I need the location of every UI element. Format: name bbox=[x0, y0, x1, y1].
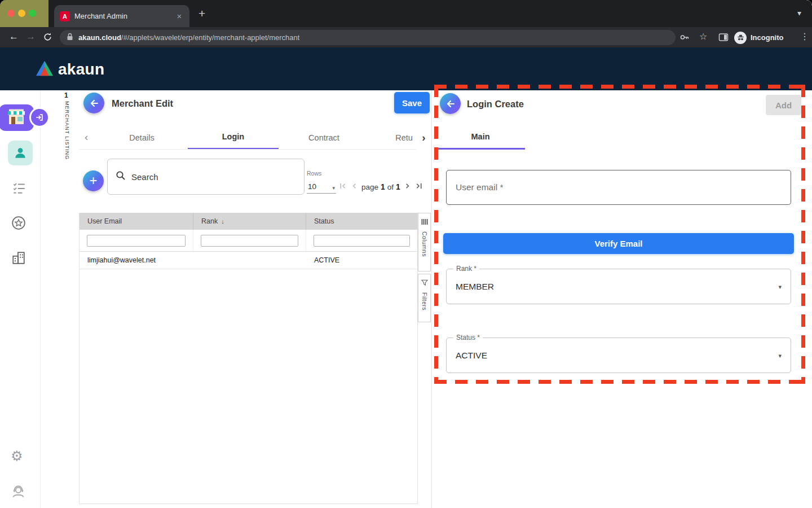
chevron-down-icon: ▾ bbox=[332, 185, 335, 191]
merchant-edit-tabbar: Details Login Contract Retu bbox=[79, 125, 431, 150]
page-indicator: page1of1 bbox=[361, 182, 400, 191]
incognito-icon bbox=[734, 32, 747, 44]
sidebar-item-star-icon[interactable] bbox=[11, 216, 26, 233]
cell-user-email: limjiahui@wavelet.net bbox=[80, 256, 193, 264]
tab-login[interactable]: Login bbox=[188, 125, 279, 150]
back-icon[interactable]: ← bbox=[9, 31, 19, 42]
address-bar[interactable]: akaun.cloud/#/applets/wavelet/erp/entity… bbox=[60, 30, 676, 45]
pagination: page1of1 bbox=[339, 179, 423, 194]
sidebar-item-list-icon[interactable] bbox=[12, 181, 27, 198]
rank-label: Rank * bbox=[453, 265, 479, 273]
column-header-user-email[interactable]: User Email bbox=[80, 213, 193, 230]
table-row[interactable]: limjiahui@wavelet.net ACTIVE bbox=[80, 252, 417, 269]
forward-icon[interactable]: → bbox=[26, 31, 36, 42]
add-button-disabled[interactable]: Add bbox=[766, 95, 801, 115]
status-select[interactable]: Status * ACTIVE ▾ bbox=[446, 338, 791, 373]
user-email-input[interactable] bbox=[456, 182, 782, 192]
akaun-logo-icon bbox=[35, 60, 54, 79]
table-filter-row bbox=[80, 230, 417, 252]
rows-label: Rows bbox=[307, 170, 321, 177]
macos-zoom-button[interactable] bbox=[29, 10, 36, 17]
sidebar-item-organization-icon[interactable] bbox=[11, 251, 26, 268]
merchant-edit-back-button[interactable] bbox=[83, 93, 104, 113]
applet-sidebar: ⚙ bbox=[0, 90, 41, 508]
table-header-row: User Email Rank↓ Status bbox=[80, 213, 417, 230]
bookmark-star-icon[interactable]: ☆ bbox=[699, 31, 707, 42]
tab-close-icon[interactable]: × bbox=[175, 11, 184, 21]
app-header: akaun bbox=[0, 47, 812, 90]
filter-cell-email bbox=[80, 230, 193, 251]
filter-funnel-icon bbox=[421, 278, 428, 288]
filter-cell-status bbox=[306, 230, 417, 251]
status-label: Status * bbox=[453, 334, 483, 341]
tab-main[interactable]: Main bbox=[436, 125, 525, 150]
chevron-down-icon: ▾ bbox=[778, 352, 782, 359]
browser-toolbar: ← → akaun.cloud/#/applets/wavelet/erp/en… bbox=[0, 27, 812, 47]
new-tab-button[interactable]: + bbox=[198, 7, 205, 19]
columns-icon bbox=[421, 217, 428, 227]
status-value: ACTIVE bbox=[456, 351, 487, 361]
reload-icon[interactable] bbox=[43, 32, 52, 44]
cell-status: ACTIVE bbox=[306, 256, 417, 264]
rows-value: 10 bbox=[308, 182, 316, 191]
merchant-listing-label: 1 MERCHANT LISTING bbox=[64, 91, 79, 164]
filter-input-rank[interactable] bbox=[201, 235, 298, 247]
browser-menu-icon[interactable]: ⋮ bbox=[800, 31, 809, 42]
rows-per-page-select[interactable]: 10 ▾ bbox=[307, 179, 336, 194]
user-email-field bbox=[446, 170, 791, 205]
tab-contract[interactable]: Contract bbox=[279, 125, 369, 150]
sidebar-item-merchant-applet[interactable] bbox=[0, 104, 34, 131]
browser-tab-strip: A Merchant Admin × + ▾ bbox=[0, 0, 812, 27]
tab-details[interactable]: Details bbox=[96, 125, 187, 150]
search-box[interactable] bbox=[107, 159, 304, 195]
last-page-icon[interactable] bbox=[414, 182, 423, 192]
merchant-edit-title: Merchant Edit bbox=[112, 98, 173, 109]
screen: A Merchant Admin × + ▾ ← → akaun.cloud/#… bbox=[0, 0, 812, 508]
plus-icon: + bbox=[89, 174, 97, 187]
column-header-rank[interactable]: Rank↓ bbox=[193, 213, 306, 230]
columns-side-tab[interactable]: Columns bbox=[418, 213, 431, 271]
key-icon[interactable] bbox=[679, 32, 690, 45]
column-header-status[interactable]: Status bbox=[306, 213, 417, 230]
login-create-back-button[interactable] bbox=[440, 93, 461, 114]
search-input[interactable] bbox=[131, 172, 296, 182]
first-page-icon[interactable] bbox=[339, 182, 347, 192]
filters-side-tab[interactable]: Filters bbox=[418, 274, 431, 322]
filters-tab-label: Filters bbox=[421, 292, 428, 310]
sidebar-item-entity-active[interactable] bbox=[8, 141, 33, 165]
rank-select[interactable]: Rank * MEMBER ▾ bbox=[446, 269, 791, 304]
tab-search-chevron-icon[interactable]: ▾ bbox=[797, 8, 801, 17]
side-panel-icon[interactable] bbox=[718, 32, 729, 45]
verify-email-button[interactable]: Verify Email bbox=[443, 233, 794, 254]
save-button[interactable]: Save bbox=[394, 92, 430, 113]
listing-text: MERCHANT LISTING bbox=[64, 101, 70, 162]
logo-text: akaun bbox=[58, 60, 104, 78]
tabs-scroll-prev-icon[interactable]: ‹ bbox=[85, 131, 88, 143]
tab-title: Merchant Admin bbox=[74, 12, 170, 20]
settings-gear-icon[interactable]: ⚙ bbox=[11, 448, 23, 464]
macos-minimize-button[interactable] bbox=[18, 10, 25, 17]
support-agent-icon[interactable] bbox=[11, 484, 26, 501]
filter-input-status[interactable] bbox=[314, 235, 410, 247]
incognito-label: Incognito bbox=[751, 33, 784, 42]
tabs-scroll-next-icon[interactable]: › bbox=[416, 125, 431, 150]
login-arrow-badge-icon[interactable] bbox=[29, 107, 50, 128]
listing-count: 1 bbox=[64, 91, 79, 99]
storefront-icon bbox=[7, 108, 26, 128]
filter-input-user-email[interactable] bbox=[87, 235, 186, 247]
columns-tab-label: Columns bbox=[421, 231, 428, 257]
browser-tab[interactable]: A Merchant Admin × bbox=[54, 5, 189, 27]
tab-favicon: A bbox=[60, 11, 70, 21]
macos-close-button[interactable] bbox=[7, 10, 15, 17]
login-create-title: Login Create bbox=[467, 99, 524, 110]
prev-page-icon[interactable] bbox=[350, 182, 359, 192]
url-text: akaun.cloud/#/applets/wavelet/erp/entity… bbox=[78, 33, 299, 42]
add-login-button[interactable]: + bbox=[83, 170, 104, 191]
merchant-edit-panel: Merchant Edit Save Details Login Contrac… bbox=[79, 90, 431, 508]
sort-desc-icon: ↓ bbox=[221, 218, 224, 225]
chevron-down-icon: ▾ bbox=[778, 283, 782, 290]
filter-cell-rank bbox=[193, 230, 306, 251]
akaun-logo[interactable]: akaun bbox=[35, 60, 104, 79]
logins-table: User Email Rank↓ Status limjiahui@wavele… bbox=[79, 213, 418, 504]
next-page-icon[interactable] bbox=[403, 182, 412, 192]
